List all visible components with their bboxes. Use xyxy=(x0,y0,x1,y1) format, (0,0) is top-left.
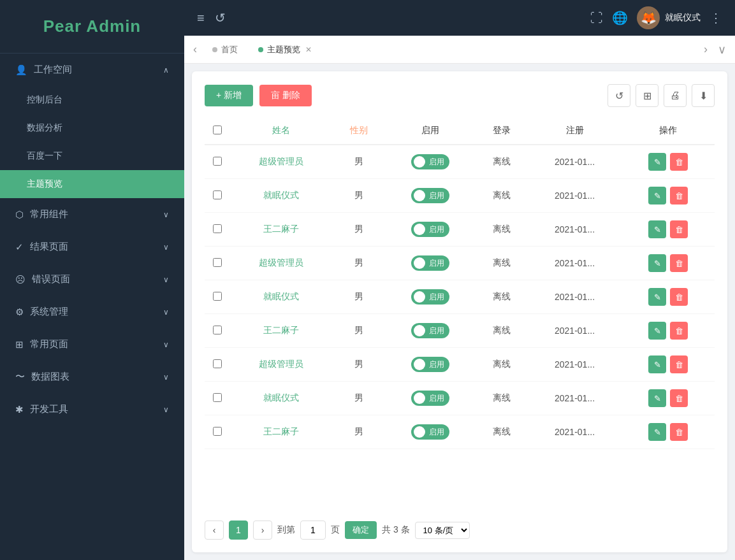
refresh-icon[interactable]: ↺ xyxy=(215,10,226,25)
sidebar-group-dev-tools[interactable]: ✱ 开发工具 ∨ xyxy=(0,393,184,426)
row-gender-6: 男 xyxy=(333,348,385,382)
toggle-circle-5 xyxy=(414,325,425,336)
result-icon: ✓ xyxy=(15,241,24,253)
print-button[interactable]: 🖨 xyxy=(664,84,687,107)
delete-row-button-6[interactable]: 🗑 xyxy=(670,355,688,373)
toggle-enabled-5[interactable]: 启用 xyxy=(411,323,449,338)
edit-button-4[interactable]: ✎ xyxy=(648,288,666,306)
toggle-enabled-3[interactable]: 启用 xyxy=(411,255,449,271)
delete-row-button-4[interactable]: 🗑 xyxy=(670,288,688,306)
delete-row-button-3[interactable]: 🗑 xyxy=(670,254,688,272)
row-login-8: 离线 xyxy=(476,415,528,449)
username: 就眠仪式 xyxy=(665,12,701,24)
row-gender-2: 男 xyxy=(333,213,385,247)
row-gender-3: 男 xyxy=(333,247,385,280)
delete-row-button-0[interactable]: 🗑 xyxy=(670,153,688,171)
dev-tools-chevron: ∨ xyxy=(163,405,169,414)
pagination-page-1[interactable]: 1 xyxy=(229,521,248,540)
sidebar-group-charts[interactable]: 〜 数据图表 ∨ xyxy=(0,361,184,393)
delete-row-button-5[interactable]: 🗑 xyxy=(670,322,688,340)
system-icon: ⚙ xyxy=(15,306,24,318)
delete-row-button-1[interactable]: 🗑 xyxy=(670,187,688,205)
edit-button-5[interactable]: ✎ xyxy=(648,322,666,340)
row-checkbox-4[interactable] xyxy=(213,292,222,301)
tab-nav-next[interactable]: › xyxy=(700,43,711,56)
row-reg-3: 2021-01... xyxy=(528,247,622,280)
tab-home[interactable]: 首页 xyxy=(203,40,247,59)
menu-toggle-icon[interactable]: ≡ xyxy=(197,11,205,25)
row-checkbox-6[interactable] xyxy=(213,359,222,368)
header-gender: 性别 xyxy=(333,117,385,145)
delete-row-button-8[interactable]: 🗑 xyxy=(670,423,688,441)
tab-nav-prev[interactable]: ‹ xyxy=(189,43,201,56)
tab-theme-preview[interactable]: 主题预览 ✕ xyxy=(249,40,321,59)
globe-icon[interactable]: 🌐 xyxy=(612,10,628,25)
toggle-enabled-0[interactable]: 启用 xyxy=(411,154,449,169)
toggle-circle-1 xyxy=(414,190,425,201)
column-settings-button[interactable]: ⊞ xyxy=(636,84,659,107)
edit-button-0[interactable]: ✎ xyxy=(648,153,666,171)
pagination-prev[interactable]: ‹ xyxy=(205,521,224,540)
refresh-table-button[interactable]: ↺ xyxy=(608,84,630,107)
sidebar-item-theme-preview-label: 主题预览 xyxy=(27,178,62,189)
toolbar: + 新增 亩 删除 ↺ ⊞ 🖨 ⬇ xyxy=(205,84,715,107)
sidebar-group-common-pages[interactable]: ⊞ 常用页面 ∨ xyxy=(0,328,184,361)
edit-button-6[interactable]: ✎ xyxy=(648,355,666,373)
toggle-enabled-1[interactable]: 启用 xyxy=(411,188,449,203)
error-icon: ☹ xyxy=(15,274,25,285)
row-name-0: 超级管理员 xyxy=(230,145,333,179)
logo: Pear Admin xyxy=(0,0,184,54)
sidebar-item-data-analysis[interactable]: 数据分析 xyxy=(0,114,184,142)
toggle-enabled-2[interactable]: 启用 xyxy=(411,222,449,237)
charts-icon: 〜 xyxy=(15,371,25,383)
edit-button-7[interactable]: ✎ xyxy=(648,389,666,407)
add-button[interactable]: + 新增 xyxy=(205,85,253,106)
sidebar-item-control[interactable]: 控制后台 xyxy=(0,86,184,114)
row-checkbox-5[interactable] xyxy=(213,326,222,334)
more-icon[interactable]: ⋮ xyxy=(710,10,722,25)
tab-nav-down[interactable]: ∨ xyxy=(714,43,730,57)
row-checkbox-0[interactable] xyxy=(213,157,222,166)
toggle-enabled-8[interactable]: 启用 xyxy=(411,424,449,440)
pagination-size-select[interactable]: 10 条/页 20 条/页 50 条/页 xyxy=(415,522,470,539)
select-all-checkbox[interactable] xyxy=(213,126,222,134)
sidebar-group-error[interactable]: ☹ 错误页面 ∨ xyxy=(0,263,184,296)
row-gender-7: 男 xyxy=(333,382,385,415)
sidebar-group-system[interactable]: ⚙ 系统管理 ∨ xyxy=(0,296,184,328)
error-chevron: ∨ xyxy=(163,275,169,284)
tab-close-icon[interactable]: ✕ xyxy=(305,45,312,54)
export-button[interactable]: ⬇ xyxy=(692,84,715,107)
delete-row-button-7[interactable]: 🗑 xyxy=(670,389,688,407)
user-info: 🦊 就眠仪式 xyxy=(637,6,701,29)
edit-button-1[interactable]: ✎ xyxy=(648,187,666,205)
row-checkbox-3[interactable] xyxy=(213,258,222,267)
edit-button-2[interactable]: ✎ xyxy=(648,220,666,238)
edit-button-3[interactable]: ✎ xyxy=(648,254,666,272)
row-checkbox-2[interactable] xyxy=(213,224,222,233)
delete-row-button-2[interactable]: 🗑 xyxy=(670,220,688,238)
sidebar-item-baidu-label: 百度一下 xyxy=(27,150,62,161)
column-settings-icon: ⊞ xyxy=(643,90,651,102)
sidebar-group-result[interactable]: ✓ 结果页面 ∨ xyxy=(0,231,184,263)
sidebar-group-workspace[interactable]: 👤 工作空间 ∧ xyxy=(0,54,184,86)
tab-home-label: 首页 xyxy=(221,44,238,55)
row-actions-8: ✎ 🗑 xyxy=(622,415,715,449)
fullscreen-icon[interactable]: ⛶ xyxy=(590,11,603,25)
toggle-enabled-6[interactable]: 启用 xyxy=(411,357,449,372)
row-name-2: 王二麻子 xyxy=(230,213,333,247)
sidebar-item-theme-preview[interactable]: 主题预览 xyxy=(0,170,184,198)
row-checkbox-cell xyxy=(205,382,230,415)
row-checkbox-7[interactable] xyxy=(213,393,222,402)
toggle-enabled-4[interactable]: 启用 xyxy=(411,289,449,305)
row-checkbox-1[interactable] xyxy=(213,190,222,199)
pagination-page-input[interactable] xyxy=(300,521,326,540)
sidebar-group-components[interactable]: ⬡ 常用组件 ∨ xyxy=(0,198,184,231)
pagination-next[interactable]: › xyxy=(253,521,272,540)
pagination-confirm[interactable]: 确定 xyxy=(345,521,377,539)
toggle-enabled-7[interactable]: 启用 xyxy=(411,391,449,406)
sidebar-item-baidu[interactable]: 百度一下 xyxy=(0,142,184,170)
row-enabled-8: 启用 xyxy=(385,415,476,449)
row-checkbox-8[interactable] xyxy=(213,427,222,436)
edit-button-8[interactable]: ✎ xyxy=(648,423,666,441)
delete-button[interactable]: 亩 删除 xyxy=(259,85,312,106)
